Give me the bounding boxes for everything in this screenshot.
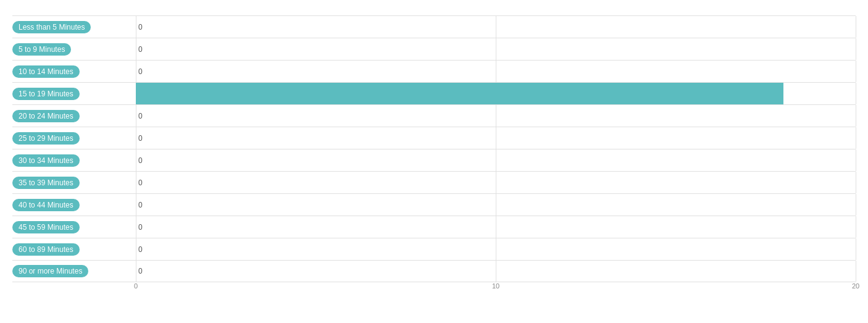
- bar-row: 90 or more Minutes0: [12, 260, 856, 282]
- bar-row: 30 to 34 Minutes0: [12, 149, 856, 171]
- bar-row: 10 to 14 Minutes0: [12, 60, 856, 82]
- label-area: 20 to 24 Minutes: [12, 110, 136, 122]
- bar-row: 45 to 59 Minutes0: [12, 216, 856, 238]
- bar-area: 0: [136, 261, 856, 282]
- bar-area: 0: [136, 16, 856, 38]
- bar-area: 0: [136, 127, 856, 149]
- bar-area: 0: [136, 238, 856, 260]
- bar-zero-value: 0: [138, 45, 143, 54]
- bar-row: 25 to 29 Minutes0: [12, 127, 856, 149]
- bar-area: 0: [136, 149, 856, 171]
- label-area: Less than 5 Minutes: [12, 21, 136, 33]
- bar-zero-value: 0: [138, 156, 143, 165]
- bar-row: 5 to 9 Minutes0: [12, 38, 856, 60]
- bar-area: 0: [136, 172, 856, 193]
- label-area: 40 to 44 Minutes: [12, 199, 136, 211]
- bar-area: 0: [136, 61, 856, 82]
- bar-row: Less than 5 Minutes0: [12, 15, 856, 38]
- label-area: 15 to 19 Minutes: [12, 88, 136, 100]
- label-area: 35 to 39 Minutes: [12, 177, 136, 189]
- label-pill: 45 to 59 Minutes: [12, 221, 80, 233]
- label-pill: 20 to 24 Minutes: [12, 110, 80, 122]
- bar-value: 18: [844, 90, 852, 98]
- label-area: 5 to 9 Minutes: [12, 43, 136, 56]
- chart-area: Less than 5 Minutes05 to 9 Minutes010 to…: [12, 15, 856, 282]
- label-area: 30 to 34 Minutes: [12, 154, 136, 167]
- x-axis-label: 0: [134, 282, 138, 290]
- bar-zero-value: 0: [138, 112, 143, 120]
- bar-zero-value: 0: [138, 267, 143, 275]
- bar-row: 15 to 19 Minutes18: [12, 82, 856, 104]
- bar-zero-value: 0: [138, 23, 143, 31]
- bar-area: 0: [136, 194, 856, 216]
- chart-container: Less than 5 Minutes05 to 9 Minutes010 to…: [0, 0, 868, 323]
- label-area: 45 to 59 Minutes: [12, 221, 136, 233]
- label-pill: Less than 5 Minutes: [12, 21, 91, 33]
- label-pill: 25 to 29 Minutes: [12, 132, 80, 145]
- bar-row: 40 to 44 Minutes0: [12, 193, 856, 216]
- bar-zero-value: 0: [138, 178, 143, 187]
- bar-area: 18: [136, 83, 856, 104]
- label-pill: 30 to 34 Minutes: [12, 154, 80, 167]
- label-area: 60 to 89 Minutes: [12, 243, 136, 256]
- bar-zero-value: 0: [138, 245, 143, 254]
- x-axis-label: 20: [852, 282, 859, 290]
- bar-zero-value: 0: [138, 201, 143, 209]
- label-pill: 40 to 44 Minutes: [12, 199, 80, 211]
- bar-row: 35 to 39 Minutes0: [12, 171, 856, 193]
- bar-row: 20 to 24 Minutes0: [12, 104, 856, 127]
- bar-row: 60 to 89 Minutes0: [12, 238, 856, 260]
- label-area: 25 to 29 Minutes: [12, 132, 136, 145]
- label-area: 10 to 14 Minutes: [12, 65, 136, 78]
- label-pill: 10 to 14 Minutes: [12, 65, 80, 78]
- bar-area: 0: [136, 216, 856, 238]
- x-axis-label: 10: [492, 282, 499, 290]
- label-pill: 15 to 19 Minutes: [12, 88, 80, 100]
- label-pill: 90 or more Minutes: [12, 265, 88, 277]
- label-area: 90 or more Minutes: [12, 265, 136, 277]
- bar-zero-value: 0: [138, 67, 143, 76]
- label-pill: 5 to 9 Minutes: [12, 43, 71, 56]
- bar-area: 0: [136, 38, 856, 60]
- label-pill: 35 to 39 Minutes: [12, 177, 80, 189]
- bar-zero-value: 0: [138, 223, 143, 232]
- label-pill: 60 to 89 Minutes: [12, 243, 80, 256]
- x-axis: 01020: [136, 282, 856, 295]
- bar-zero-value: 0: [138, 134, 143, 143]
- bar-fill: [136, 83, 783, 104]
- bar-area: 0: [136, 105, 856, 127]
